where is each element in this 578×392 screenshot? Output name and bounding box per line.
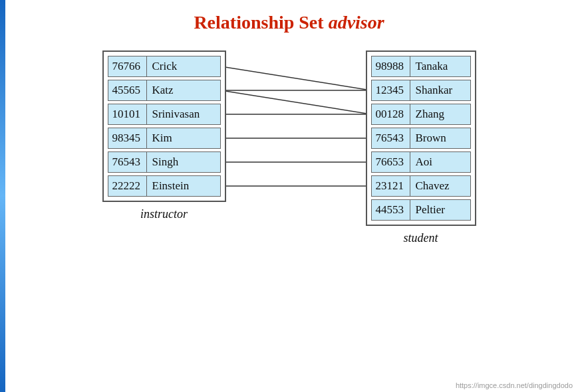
page-title: Relationship Set advisor	[0, 0, 578, 40]
instructor-row: 10101Srinivasan	[108, 104, 221, 125]
student-name: Chavez	[410, 176, 470, 196]
instructor-label: instructor	[140, 207, 188, 221]
instructor-id: 76543	[108, 152, 147, 172]
connector-area	[226, 50, 366, 330]
student-name: Zhang	[410, 104, 470, 124]
student-id: 23121	[372, 176, 410, 196]
student-label: student	[404, 231, 438, 245]
svg-line-2	[226, 90, 366, 114]
instructor-id: 10101	[108, 104, 147, 124]
instructor-name: Katz	[147, 80, 220, 100]
instructor-row: 76543Singh	[108, 151, 221, 173]
student-row: 44553Peltier	[371, 199, 471, 221]
instructor-row: 22222Einstein	[108, 175, 221, 197]
instructor-row: 45565Katz	[108, 80, 221, 101]
watermark: https://imgce.csdn.net/dingdingdodo	[456, 381, 573, 389]
instructor-row: 76766Crick	[108, 56, 221, 77]
student-row: 00128Zhang	[371, 104, 471, 125]
student-table-container: 98988Tanaka12345Shankar00128Zhang76543Br…	[366, 50, 476, 245]
student-id: 98988	[372, 56, 410, 76]
student-name: Tanaka	[410, 56, 470, 76]
instructor-id: 76766	[108, 56, 147, 76]
student-id: 00128	[372, 104, 410, 124]
instructor-id: 45565	[108, 80, 147, 100]
connector-svg	[226, 50, 366, 330]
instructor-id: 98345	[108, 128, 147, 148]
student-table-box: 98988Tanaka12345Shankar00128Zhang76543Br…	[366, 50, 476, 226]
student-id: 76543	[372, 128, 410, 148]
instructor-id: 22222	[108, 176, 147, 196]
svg-line-0	[226, 66, 366, 90]
student-row: 98988Tanaka	[371, 56, 471, 77]
student-id: 44553	[372, 200, 410, 220]
student-row: 76543Brown	[371, 128, 471, 149]
student-row: 76653Aoi	[371, 151, 471, 173]
diagram-area: 76766Crick45565Katz10101Srinivasan98345K…	[0, 47, 578, 352]
student-name: Shankar	[410, 80, 470, 100]
instructor-name: Singh	[147, 152, 220, 172]
title-italic: advisor	[329, 12, 384, 33]
student-row: 23121Chavez	[371, 175, 471, 197]
student-name: Peltier	[410, 200, 470, 220]
student-name: Aoi	[410, 152, 470, 172]
instructor-name: Crick	[147, 56, 220, 76]
instructor-name: Kim	[147, 128, 220, 148]
instructor-table-box: 76766Crick45565Katz10101Srinivasan98345K…	[102, 50, 226, 202]
student-row: 12345Shankar	[371, 80, 471, 101]
instructor-name: Einstein	[147, 176, 220, 196]
title-prefix: Relationship Set	[194, 12, 328, 33]
instructor-row: 98345Kim	[108, 128, 221, 149]
student-name: Brown	[410, 128, 470, 148]
instructor-name: Srinivasan	[147, 104, 220, 124]
student-id: 12345	[372, 80, 410, 100]
instructor-table-container: 76766Crick45565Katz10101Srinivasan98345K…	[102, 50, 226, 221]
student-id: 76653	[372, 152, 410, 172]
